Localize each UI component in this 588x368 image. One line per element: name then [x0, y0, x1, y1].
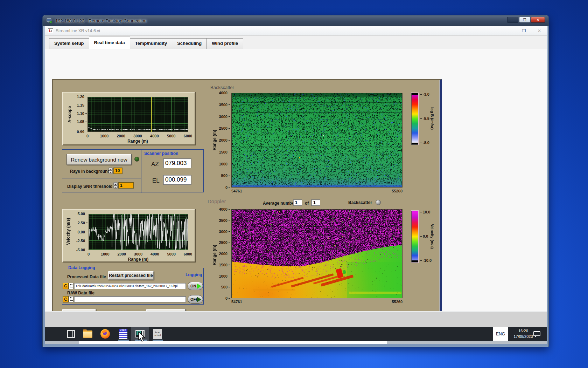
y-tick-label: 3000 [219, 230, 230, 234]
y-tick-label: 2500 [219, 126, 230, 130]
y-tick-label: -5.00 [76, 248, 88, 252]
file-explorer-button[interactable] [83, 330, 92, 338]
processed-path-field[interactable]: C:\Lidar\Data\Proc\2023\202308\20230817\… [74, 283, 186, 289]
snr-spinner[interactable]: ▲▼ [113, 182, 118, 189]
velocity-x-axis-label: Range (m) [89, 257, 188, 262]
taskbar-clock[interactable]: 16:20 17/08/2023 [510, 328, 536, 339]
y-tick-label: 5.00 [78, 212, 88, 216]
doppler-y-axis: 40003500300025002000150010005000 [215, 209, 230, 298]
backscatter-toggle-switch[interactable] [376, 200, 381, 205]
running-indicator [118, 340, 129, 341]
rdp-window-title: 192.168.0.122 - Remote Desktop Connectio… [55, 18, 147, 23]
language-indicator[interactable]: ENG [493, 327, 508, 341]
notes-app-button[interactable]: VEER [119, 329, 127, 339]
doppler-colorbar-label: Velocity (m/s) [430, 211, 434, 262]
doppler-section-title: Doppler [208, 198, 226, 204]
velocity-graph: Velocity (m/s) 5.002.500.00-2.50-5.00 01… [62, 209, 195, 262]
notification-icon[interactable] [533, 331, 540, 336]
processed-browse-button[interactable] [69, 283, 74, 289]
y-tick-label: 3500 [219, 218, 230, 223]
average-number-field[interactable]: 1 [293, 199, 302, 206]
doppler-heatmap[interactable] [231, 209, 402, 298]
backscatter-heatmap[interactable] [231, 93, 402, 188]
backscatter-colorbar-label: log B (/m/sr) [430, 93, 434, 144]
x-tick-label: 6000 [184, 252, 192, 256]
renew-background-button[interactable]: Renew background now [66, 154, 132, 165]
y-tick-label: 4000 [219, 91, 230, 95]
y-tick-label: 1.10 [77, 111, 87, 116]
rays-value-field[interactable]: 10 [113, 168, 122, 174]
y-tick-label: 0.99 [77, 130, 87, 134]
app-restore-button[interactable]: ❐ [516, 26, 532, 36]
firefox-button[interactable] [100, 329, 110, 339]
processed-logging-on-button[interactable]: ON [188, 282, 203, 290]
rdp-titlebar[interactable]: 192.168.0.122 - Remote Desktop Connectio… [43, 15, 548, 26]
app-titlebar[interactable]: StreamLine XR v14-6.vi — ❐ ✕ [45, 26, 547, 36]
app-close-button[interactable]: ✕ [532, 26, 547, 36]
y-tick-label: 1500 [219, 263, 230, 267]
colorbar-tick-label: 10.0 [420, 210, 430, 214]
ascope-plot-area[interactable] [88, 97, 188, 132]
rdp-window: 192.168.0.122 - Remote Desktop Connectio… [42, 15, 549, 347]
snr-value-field[interactable]: 1 [118, 182, 134, 189]
ascope-x-axis: 0100020003000400050006000 [88, 134, 188, 139]
processed-drive-button[interactable]: C [63, 283, 69, 289]
labview-vi-icon [48, 28, 53, 33]
x-tick-label: 2000 [117, 134, 125, 138]
app-minimize-button[interactable]: — [501, 26, 516, 36]
backscatter-colorbar [411, 93, 418, 145]
ascope-x-axis-label: Range (m) [88, 139, 188, 144]
scrollbar-thumb[interactable] [79, 341, 387, 344]
tab-scheduling[interactable]: Scheduling [172, 38, 207, 49]
clock-date: 17/08/2023 [513, 334, 533, 339]
colorbar-tick-label: -5.5 [420, 116, 429, 121]
mouse-cursor [138, 332, 146, 342]
colorbar-tick-label: -8.0 [420, 141, 429, 145]
backscatter-y-axis: 40003500300025002000150010005000 [215, 93, 230, 188]
ascope-graph: A-scope 1.201.151.101.050.99 01000200030… [62, 92, 195, 145]
y-tick-label: 4000 [219, 207, 230, 211]
velocity-x-axis: 0100020003000400050006000 [89, 252, 188, 257]
rdp-maximize-button[interactable]: ❐ [519, 17, 530, 23]
velocity-y-axis-label: Velocity (m/s) [66, 213, 71, 250]
y-tick-label: 1000 [219, 162, 230, 166]
tab-temp-humidity[interactable]: Temp/humidity [130, 38, 172, 49]
of-total-field[interactable]: 1 [311, 199, 320, 206]
rdp-minimize-button[interactable]: — [507, 17, 518, 23]
raw-drive-button[interactable]: C [63, 296, 69, 302]
x-tick-label: 3000 [134, 252, 142, 256]
y-tick-label: 0 [225, 296, 230, 300]
x-tick-label: 4000 [150, 134, 159, 138]
az-value-field[interactable]: 079.003 [163, 158, 191, 168]
scan-scheduler-button[interactable]: Scansched [153, 329, 162, 339]
raw-path-field[interactable] [74, 296, 186, 302]
y-tick-label: 1.15 [77, 103, 87, 107]
colorbar-tick-label: -3.0 [420, 92, 429, 96]
task-view-button[interactable] [67, 330, 75, 338]
y-tick-label: 2000 [219, 138, 230, 142]
taskbar: VEER Scansched ENG 16:20 17/08/2023 [45, 327, 547, 341]
el-value-field[interactable]: 000.099 [163, 175, 191, 185]
velocity-plot-area[interactable] [89, 214, 188, 250]
y-tick-label: 2000 [219, 252, 230, 256]
y-tick-label: 3500 [219, 103, 230, 107]
scanner-position-title: Scanner position [144, 151, 178, 156]
colorbar-tick-label: 0.0 [420, 234, 428, 238]
of-label: of [305, 201, 309, 206]
raw-logging-off-button[interactable]: OFF [188, 295, 203, 304]
y-tick-label: 1500 [219, 150, 230, 154]
rays-spinner[interactable]: ▲▼ [108, 168, 113, 174]
rdp-close-button[interactable]: ✕ [531, 17, 545, 23]
velocity-y-axis: 5.002.500.00-2.50-5.00 [72, 214, 88, 250]
rdp-horizontal-scrollbar[interactable] [45, 341, 547, 344]
tab-wind-profile[interactable]: Wind profile [206, 38, 243, 49]
tab-real-time-data[interactable]: Real time data [89, 36, 130, 49]
raw-browse-button[interactable] [69, 296, 74, 302]
x-tick-label: 0 [88, 252, 90, 256]
tab-system-setup[interactable]: System setup [49, 38, 89, 49]
x-tick-label: 54761 [231, 189, 242, 193]
x-tick-label: 2000 [117, 252, 126, 256]
processed-data-file-label: Processed Data file [67, 274, 106, 279]
app-bottom-strip [45, 311, 547, 327]
restart-processed-file-button[interactable]: Restart processed file [108, 271, 154, 280]
